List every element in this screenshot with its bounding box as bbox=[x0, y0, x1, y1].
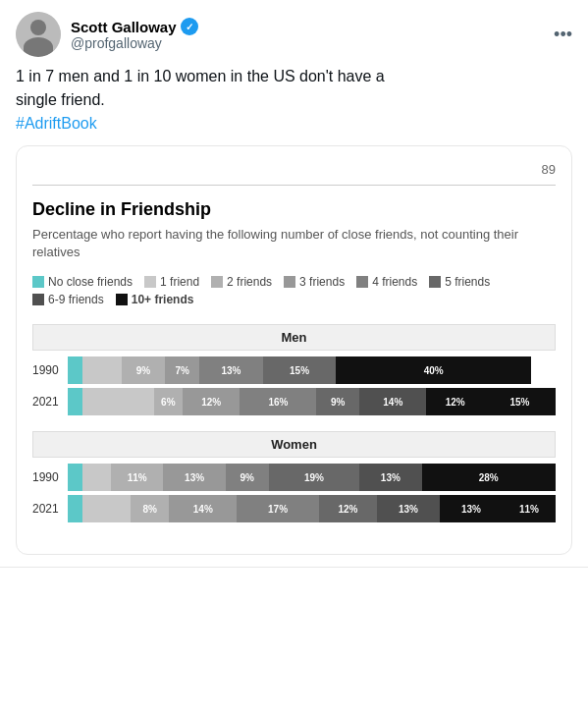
bar-segments: 10%8%14%17%12%13%13%11% bbox=[68, 495, 556, 522]
legend-label: No close friends bbox=[48, 275, 133, 289]
bar-segment: 9% bbox=[226, 464, 269, 491]
legend-swatch-teal bbox=[32, 276, 44, 288]
legend-label: 1 friend bbox=[160, 275, 199, 289]
bar-row: 19908%9%7%13%15%40% bbox=[32, 356, 556, 384]
legend-label: 3 friends bbox=[299, 275, 345, 289]
bar-row: 202110%8%14%17%12%13%13%11% bbox=[32, 495, 556, 522]
tweet-user: Scott Galloway ✓ @profgalloway bbox=[16, 12, 198, 57]
legend-item-6-9-friends: 6-9 friends bbox=[32, 293, 104, 306]
legend-item-2-friends: 2 friends bbox=[211, 275, 272, 289]
chart-section-women: Women19906%11%13%9%19%13%28%202110%8%14%… bbox=[32, 431, 556, 522]
charts-container: Men19908%9%7%13%15%40%202115%6%12%16%9%1… bbox=[32, 324, 556, 522]
chart-section-men: Men19908%9%7%13%15%40%202115%6%12%16%9%1… bbox=[32, 324, 556, 415]
section-label: Men bbox=[32, 324, 556, 351]
bar-segments: 15%6%12%16%9%14%12%15% bbox=[68, 388, 556, 415]
bar-segment: 13% bbox=[440, 495, 503, 522]
legend-label: 10+ friends bbox=[132, 293, 194, 306]
legend-item-4-friends: 4 friends bbox=[356, 275, 417, 289]
legend-swatch-black bbox=[116, 294, 128, 305]
chart-subtitle: Percentage who report having the followi… bbox=[32, 226, 556, 261]
bar-segment: 17% bbox=[237, 495, 319, 522]
tweet-text: 1 in 7 men and 1 in 10 women in the US d… bbox=[16, 65, 572, 136]
legend-label: 6-9 friends bbox=[48, 293, 104, 306]
year-label: 2021 bbox=[32, 502, 68, 516]
legend-swatch-gray1 bbox=[144, 276, 156, 288]
more-options-icon[interactable]: ••• bbox=[554, 25, 572, 45]
tweet-header: Scott Galloway ✓ @profgalloway ••• bbox=[16, 12, 572, 57]
section-label: Women bbox=[32, 431, 556, 458]
display-name-text: Scott Galloway bbox=[71, 19, 177, 35]
verified-icon: ✓ bbox=[181, 18, 198, 35]
tweet-text-line1: 1 in 7 men and 1 in 10 women in the US d… bbox=[16, 68, 385, 84]
bar-segment bbox=[68, 495, 82, 522]
bar-segment: 12% bbox=[319, 495, 377, 522]
year-label: 1990 bbox=[32, 363, 68, 377]
bar-segment: 14% bbox=[169, 495, 237, 522]
bar-segment: 16% bbox=[240, 388, 316, 415]
legend-item-10plus-friends: 10+ friends bbox=[116, 293, 194, 306]
legend-label: 4 friends bbox=[372, 275, 417, 289]
bar-segment: 11% bbox=[503, 495, 556, 522]
bar-segment: 15% bbox=[263, 356, 337, 384]
bar-row: 202115%6%12%16%9%14%12%15% bbox=[32, 388, 556, 415]
bar-segment: 14% bbox=[359, 388, 426, 415]
username: @profgalloway bbox=[71, 35, 198, 51]
bar-segment: 13% bbox=[163, 464, 225, 491]
tweet-container: Scott Galloway ✓ @profgalloway ••• 1 in … bbox=[0, 0, 588, 568]
bar-segment: 9% bbox=[122, 356, 166, 384]
legend-item-1-friend: 1 friend bbox=[144, 275, 199, 289]
bar-segment: 19% bbox=[269, 464, 360, 491]
legend-label: 5 friends bbox=[445, 275, 490, 289]
display-name: Scott Galloway ✓ bbox=[71, 18, 198, 35]
bar-segment: 28% bbox=[422, 464, 556, 491]
bar-segment: 6% bbox=[82, 464, 111, 491]
legend-label: 2 friends bbox=[227, 275, 272, 289]
bar-segment: 13% bbox=[377, 495, 440, 522]
avatar[interactable] bbox=[16, 12, 61, 57]
bar-segment: 10% bbox=[82, 495, 131, 522]
infographic-card: 89 Decline in Friendship Percentage who … bbox=[16, 145, 572, 555]
bar-segment: 12% bbox=[426, 388, 483, 415]
bar-segment: 6% bbox=[154, 388, 183, 415]
user-info: Scott Galloway ✓ @profgalloway bbox=[71, 18, 198, 51]
bar-segments: 8%9%7%13%15%40% bbox=[68, 356, 556, 384]
bar-segment: 40% bbox=[336, 356, 531, 384]
bar-segment: 15% bbox=[82, 388, 154, 415]
chart-legend: No close friends 1 friend 2 friends 3 fr… bbox=[32, 275, 556, 306]
bar-segment: 9% bbox=[316, 388, 359, 415]
legend-swatch-gray4 bbox=[356, 276, 368, 288]
year-label: 1990 bbox=[32, 470, 68, 484]
bar-segment: 11% bbox=[111, 464, 164, 491]
legend-swatch-gray2 bbox=[211, 276, 223, 288]
chart-title: Decline in Friendship bbox=[32, 199, 556, 220]
bar-segment: 8% bbox=[131, 495, 169, 522]
card-divider bbox=[32, 185, 556, 186]
legend-swatch-gray6 bbox=[32, 294, 44, 305]
bar-segment bbox=[68, 388, 82, 415]
legend-item-5-friends: 5 friends bbox=[429, 275, 490, 289]
legend-item-3-friends: 3 friends bbox=[284, 275, 345, 289]
year-label: 2021 bbox=[32, 395, 68, 409]
hashtag[interactable]: #AdriftBook bbox=[16, 115, 97, 132]
legend-swatch-gray5 bbox=[429, 276, 441, 288]
tweet-text-line2: single friend. bbox=[16, 91, 105, 108]
bar-segment bbox=[68, 464, 82, 491]
bar-segment: 12% bbox=[183, 388, 240, 415]
bar-segments: 6%11%13%9%19%13%28% bbox=[68, 464, 556, 491]
bar-segment: 15% bbox=[484, 388, 556, 415]
legend-swatch-gray3 bbox=[284, 276, 295, 288]
bar-segment: 7% bbox=[165, 356, 199, 384]
bar-segment: 8% bbox=[82, 356, 122, 384]
bar-segment bbox=[68, 356, 82, 384]
page-number: 89 bbox=[32, 162, 556, 177]
bar-segment: 13% bbox=[359, 464, 421, 491]
bar-segment: 13% bbox=[199, 356, 263, 384]
bar-row: 19906%11%13%9%19%13%28% bbox=[32, 464, 556, 491]
legend-item-no-close-friends: No close friends bbox=[32, 275, 133, 289]
